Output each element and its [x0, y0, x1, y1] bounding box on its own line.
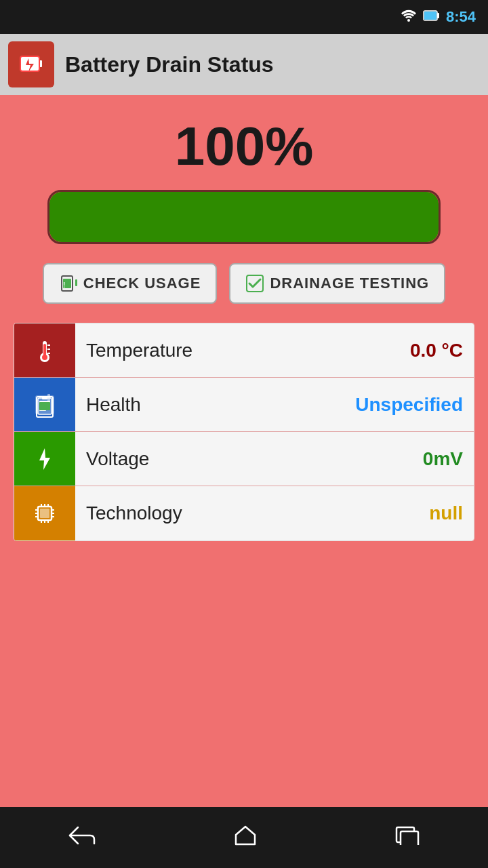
buttons-row: ! CHECK USAGE DRAINAGE TESTING — [43, 263, 445, 304]
data-table: Temperature 0.0 °C — [14, 323, 474, 541]
technology-value: null — [424, 486, 474, 540]
voltage-row: Voltage 0mV — [14, 432, 474, 486]
main-content: 100% ! CHECK USAGE DRAINAGE TESTING — [0, 95, 488, 807]
svg-rect-3 — [424, 12, 436, 20]
progress-bar-container — [47, 190, 441, 244]
svg-marker-29 — [39, 448, 50, 470]
drainage-testing-icon — [245, 274, 264, 293]
svg-rect-28 — [39, 402, 50, 410]
voltage-value: 0mV — [418, 432, 474, 486]
wifi-icon — [401, 9, 416, 25]
health-label: Health — [75, 378, 350, 431]
home-button[interactable] — [220, 817, 271, 858]
recents-button[interactable] — [382, 818, 433, 857]
health-icon-cell — [14, 378, 75, 431]
svg-rect-31 — [40, 509, 49, 518]
status-bar: 8:54 — [0, 0, 488, 34]
battery-status-icon — [423, 10, 439, 24]
temperature-row: Temperature 0.0 °C — [14, 323, 474, 378]
svg-rect-16 — [43, 344, 46, 356]
svg-point-0 — [407, 19, 410, 22]
technology-icon — [30, 498, 60, 528]
nav-bar — [0, 807, 488, 868]
temperature-icon — [30, 336, 60, 366]
time-display: 8:54 — [446, 8, 476, 26]
progress-bar — [49, 192, 439, 242]
temperature-icon-cell — [14, 323, 75, 377]
check-usage-icon: ! — [59, 274, 78, 293]
app-header: Battery Drain Status — [0, 34, 488, 95]
drainage-testing-button[interactable]: DRAINAGE TESTING — [229, 263, 445, 304]
temperature-label: Temperature — [75, 323, 405, 377]
voltage-label: Voltage — [75, 432, 418, 486]
technology-icon-cell — [14, 486, 75, 540]
health-value: Unspecified — [350, 378, 474, 431]
voltage-icon — [30, 444, 60, 474]
svg-rect-2 — [437, 13, 439, 18]
svg-rect-45 — [401, 831, 418, 845]
app-icon — [8, 41, 54, 87]
technology-row: Technology null — [14, 486, 474, 540]
battery-percentage: 100% — [175, 115, 314, 178]
health-icon — [30, 390, 60, 420]
health-row: Health Unspecified — [14, 378, 474, 432]
svg-rect-10 — [75, 279, 77, 286]
back-button[interactable] — [55, 818, 109, 857]
app-title: Battery Drain Status — [65, 52, 274, 77]
svg-rect-27 — [42, 397, 47, 399]
temperature-value: 0.0 °C — [405, 323, 474, 377]
svg-text:!: ! — [63, 281, 66, 289]
check-usage-button[interactable]: ! CHECK USAGE — [43, 263, 218, 304]
voltage-icon-cell — [14, 432, 75, 486]
technology-label: Technology — [75, 486, 424, 540]
